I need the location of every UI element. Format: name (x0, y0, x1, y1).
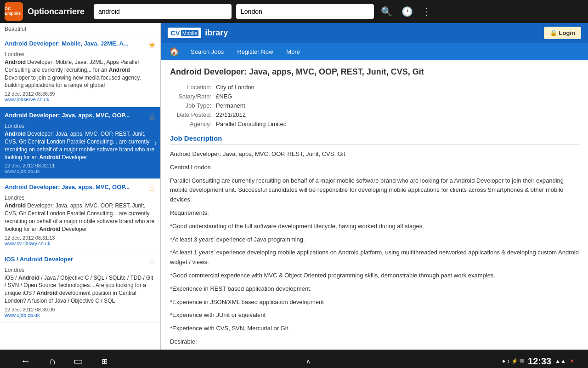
left-panel: Beautiful Android Developer: Mobile, Jav… (0, 23, 161, 350)
job-date: 12 déc. 2012 08:31:13 (5, 235, 156, 241)
desc-requirements-header: Requirements: (170, 208, 579, 218)
job-location: Londres (5, 195, 156, 201)
desc-desirable-header: Desirable: (170, 337, 579, 347)
meta-agency-row: Agency: Parallel Consulting Limited (170, 121, 579, 127)
cv-mobile-label: Mobile (181, 30, 198, 36)
job-url[interactable]: www.cv-library.co.uk (5, 241, 156, 246)
desc-line-2: Central London (170, 163, 579, 172)
job-date: 12 déc. 2012 08:36:39 (5, 91, 156, 97)
desc-req-7: *Experience with JUnit or equivalent (170, 310, 579, 320)
job-description-text: Android Developer: Java, apps, MVC, OOP,… (170, 150, 579, 350)
agency-label: Agency: (170, 121, 216, 127)
history-button[interactable]: 🕐 (399, 4, 415, 19)
location-value: City of London (216, 84, 254, 91)
cv-logo-text: CV (170, 29, 180, 37)
agency-value: Parallel Consulting Limited (216, 121, 287, 127)
more-options-button[interactable]: ⋮ (420, 4, 434, 19)
desc-line-1: Android Developer: Java, apps, MVC, OOP,… (170, 150, 579, 159)
notification-icons: ● ↕ ⚡ ✉ (502, 358, 524, 364)
meta-location-row: Location: City of London (170, 84, 579, 91)
job-date: 12 déc. 2012 08:32:11 (5, 163, 156, 168)
star-icon[interactable]: ★ (148, 40, 156, 50)
dateposted-label: Date Posted: (170, 111, 216, 118)
close-icon: ✕ (570, 358, 574, 364)
keyword-search-input[interactable] (94, 4, 232, 19)
meta-dateposted-row: Date Posted: 22/11/2012 (170, 111, 579, 118)
bottom-navigation-bar: ← ⌂ ▭ ⊞ ∧ ● ↕ ⚡ ✉ 12:33 ▲▲ ✕ (0, 350, 588, 368)
meta-jobtype-row: Job Type: Permanent (170, 102, 579, 109)
job-snippet: Android Developer: Java, apps, MVC, OOP,… (5, 202, 156, 233)
recent-apps-button[interactable]: ▭ (67, 353, 90, 368)
right-panel: CV Mobile ibrary 🔒 Login 🏠 Search Jobs R… (161, 23, 588, 350)
up-swipe-button[interactable]: ∧ (299, 355, 317, 367)
job-snippet: Android Developer: Mobile, Java, J2ME, A… (5, 58, 156, 89)
wifi-icon: ▲▲ (555, 358, 566, 364)
jobtype-label: Job Type: (170, 102, 216, 109)
home-button[interactable]: ⌂ (42, 353, 62, 368)
app-icon: OC Emplois (5, 2, 23, 21)
star-icon[interactable]: ☆ (148, 256, 156, 266)
star-icon[interactable]: ☆ (148, 112, 156, 122)
job-location: Londres (5, 267, 156, 273)
job-location: Londres (5, 51, 156, 58)
back-button[interactable]: ← (14, 353, 38, 368)
nav-bar: 🏠 Search Jobs Register Now More (161, 43, 588, 60)
job-url[interactable]: www.ujob.co.uk (5, 168, 156, 174)
app-title: Optioncarriere (28, 7, 85, 17)
location-label: Location: (170, 84, 216, 91)
location-search-input[interactable] (236, 4, 374, 19)
job-meta-table: Location: City of London Salary/Rate: £N… (170, 84, 579, 127)
list-item[interactable]: Android Developer: Java, apps, MVC, OOP.… (0, 107, 160, 179)
job-snippet: Android Developer: Java, apps, MVC, OOP,… (5, 130, 156, 161)
salary-label: Salary/Rate: (170, 93, 216, 100)
job-snippet: iOS / Android / Java / Objective C / SQL… (5, 274, 156, 305)
salary-value: £NEG (216, 93, 232, 100)
desc-req-2: *At least 3 years' experience of Java pr… (170, 235, 579, 245)
job-description-heading: Job Description (170, 134, 579, 145)
job-detail-panel: Android Developer: Java, apps, MVC, OOP,… (161, 60, 588, 350)
cv-logo: CV Mobile ibrary (168, 28, 228, 38)
more-nav-button[interactable]: More (281, 46, 305, 58)
main-layout: Beautiful Android Developer: Mobile, Jav… (0, 23, 588, 350)
search-button[interactable]: 🔍 (379, 4, 395, 19)
job-url[interactable]: www.ujob.co.uk (5, 312, 156, 318)
cv-library-wordmark: ibrary (205, 28, 228, 38)
jobtype-value: Permanent (216, 102, 245, 109)
desc-req-6: *Experience in JSON/XML based applicatio… (170, 298, 579, 307)
dateposted-value: 22/11/2012 (216, 111, 246, 118)
job-detail-title: Android Developer: Java, apps, MVC, OOP,… (170, 67, 579, 77)
chevron-right-icon: › (154, 139, 157, 147)
list-item[interactable]: iOS / Android Developer ☆ Londres iOS / … (0, 251, 160, 323)
job-title-link[interactable]: iOS / Android Developer (5, 256, 146, 263)
register-now-nav-button[interactable]: Register Now (232, 46, 278, 58)
cv-library-header: CV Mobile ibrary 🔒 Login (161, 23, 588, 43)
search-jobs-nav-button[interactable]: Search Jobs (185, 46, 229, 58)
job-title-link[interactable]: Android Developer: Mobile, Java, J2ME, A… (5, 40, 146, 47)
screenshot-button[interactable]: ⊞ (95, 353, 114, 368)
desc-req-3: *At least 1 years' experience developing… (170, 248, 579, 267)
job-date: 12 déc. 2012 08:30:09 (5, 307, 156, 312)
job-location: Londres (5, 123, 156, 129)
star-icon[interactable]: ☆ (148, 184, 156, 194)
desc-req-5: *Experience in REST based application de… (170, 284, 579, 294)
job-url[interactable]: www.jobserve.co.uk (5, 97, 156, 102)
desc-paragraph-1: Parallel Consulting are currently recrui… (170, 176, 579, 205)
desc-req-4: *Good commercial experience with MVC & O… (170, 271, 579, 281)
app-bar: OC Emplois Optioncarriere 🔍 🕐 ⋮ (0, 0, 588, 23)
desc-req-1: *Good understanding of the full software… (170, 222, 579, 231)
left-panel-top-text: Beautiful (0, 23, 160, 35)
list-item[interactable]: Android Developer: Mobile, Java, J2ME, A… (0, 35, 160, 107)
meta-salary-row: Salary/Rate: £NEG (170, 93, 579, 100)
login-button[interactable]: 🔒 Login (544, 27, 581, 39)
clock-display: 12:33 (528, 356, 551, 367)
status-area: ● ↕ ⚡ ✉ 12:33 ▲▲ ✕ (502, 356, 574, 367)
desc-req-8: *Experience with CVS, SVN, Mercurial or … (170, 324, 579, 334)
job-title-link[interactable]: Android Developer: Java, apps, MVC, OOP.… (5, 112, 146, 119)
list-item[interactable]: Android Developer: Java, apps, MVC, OOP.… (0, 179, 160, 251)
home-nav-button[interactable]: 🏠 (165, 44, 183, 59)
job-title-link[interactable]: Android Developer: Java, apps, MVC, OOP.… (5, 184, 146, 190)
